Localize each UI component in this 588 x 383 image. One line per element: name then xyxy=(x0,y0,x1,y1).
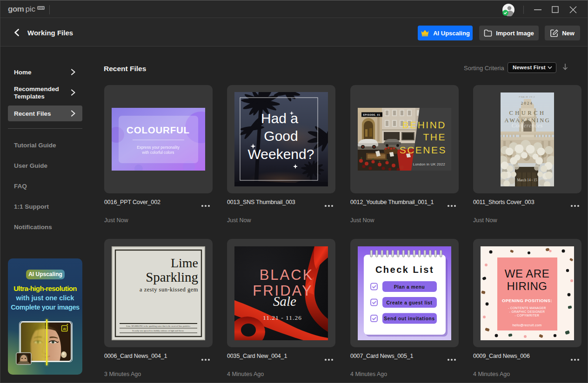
svg-text:BLACK: BLACK xyxy=(260,267,314,283)
svg-text:Sale: Sale xyxy=(273,294,296,309)
svg-text:Lime: Lime xyxy=(171,256,198,270)
svg-text:Weekend?: Weekend? xyxy=(248,146,314,162)
svg-text:Create a guest list: Create a guest list xyxy=(386,300,432,305)
svg-text:CHURCH: CHURCH xyxy=(509,110,546,116)
svg-text:It easily was opened in a bubb: It easily was opened in a bubbly embrace… xyxy=(132,330,184,332)
svg-text:Check List: Check List xyxy=(375,264,434,275)
svg-text:London in UK 2022: London in UK 2022 xyxy=(413,162,445,166)
svg-text:Plan a menu: Plan a menu xyxy=(394,284,425,289)
svg-text:11.21 - 11.26: 11.21 - 11.26 xyxy=(263,314,302,321)
svg-text:Good: Good xyxy=(264,128,298,144)
svg-text:SCENES: SCENES xyxy=(400,145,447,155)
svg-text:THE: THE xyxy=(423,132,447,142)
svg-text:PSALM 29:2: PSALM 29:2 xyxy=(519,96,535,98)
svg-text:with colorful colors: with colorful colors xyxy=(142,150,174,155)
svg-text:OPENING POSITIONS:: OPENING POSITIONS: xyxy=(502,298,552,303)
svg-text:EPISODE. 01: EPISODE. 01 xyxy=(363,113,380,116)
svg-text:AI: AI xyxy=(63,327,66,330)
svg-text:- COPYWRITER: - COPYWRITER xyxy=(515,314,540,317)
svg-text:WE ARE: WE ARE xyxy=(505,267,549,280)
svg-text:Send out invitations: Send out invitations xyxy=(384,316,434,321)
svg-text:Express your personality: Express your personality xyxy=(137,145,180,150)
svg-text:a zesty sun-kissed gem: a zesty sun-kissed gem xyxy=(140,286,198,293)
svg-text:COLOURFUL: COLOURFUL xyxy=(127,125,190,135)
svg-text:2024: 2024 xyxy=(521,101,533,106)
svg-text:Conferences: Conferences xyxy=(512,122,543,129)
svg-text:Lime SPARKLING is the sparklin: Lime SPARKLING is the sparkling water th… xyxy=(126,325,190,327)
svg-text:- GRAPHIC DESIGNER: - GRAPHIC DESIGNER xyxy=(509,310,545,313)
svg-text:March 14 - 15: March 14 - 15 xyxy=(517,178,537,182)
svg-text:hello@recruit.com: hello@recruit.com xyxy=(512,323,541,327)
svg-text:HIRING: HIRING xyxy=(507,280,548,292)
svg-text:- CONTENTS MANAGER: - CONTENTS MANAGER xyxy=(508,306,546,310)
svg-text:Sparkling: Sparkling xyxy=(146,270,198,284)
svg-text:BEHIND: BEHIND xyxy=(402,119,446,130)
